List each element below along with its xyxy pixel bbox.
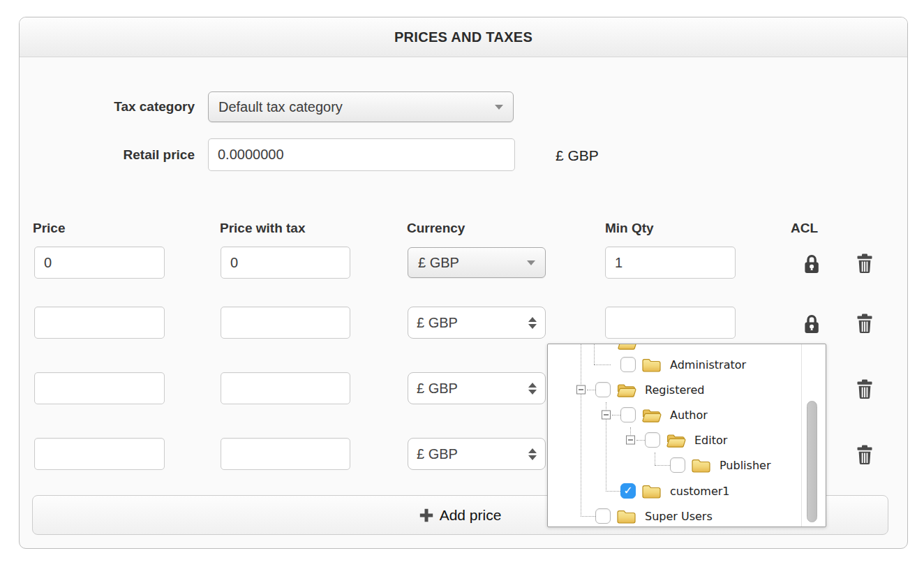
delete-row-button[interactable]	[854, 378, 875, 400]
group-checkbox[interactable]	[670, 457, 685, 473]
tree-item-customer1[interactable]: customer1	[620, 478, 730, 503]
tree-connector	[581, 344, 581, 517]
tree-connector	[655, 465, 670, 466]
tax-category-value: Default tax category	[218, 99, 343, 115]
acl-group-tree-popup: Administrator Registered Author	[547, 344, 826, 527]
group-checkbox[interactable]	[620, 407, 636, 422]
add-price-label: Add price	[440, 507, 502, 524]
group-label: Publisher	[720, 459, 770, 472]
lock-icon	[803, 253, 821, 274]
select-spinner-icon	[528, 383, 537, 395]
tree-item-author[interactable]: Author	[620, 402, 708, 427]
folder-icon	[616, 508, 636, 524]
tree-connector	[581, 516, 595, 517]
folder-open-icon	[617, 344, 637, 351]
min-qty-input[interactable]	[605, 246, 736, 279]
page: PRICES AND TAXES Tax category Default ta…	[0, 0, 924, 574]
currency-select[interactable]: £ GBP	[408, 247, 546, 278]
header-price-with-tax: Price with tax	[220, 221, 306, 236]
retail-price-input[interactable]	[208, 138, 515, 171]
tree-item-super-users[interactable]: Super Users	[595, 503, 713, 527]
group-label: Administrator	[670, 358, 746, 371]
currency-value: £ GBP	[417, 315, 458, 331]
folder-icon	[641, 483, 662, 499]
acl-lock-button[interactable]	[801, 252, 822, 274]
currency-value: £ GBP	[417, 381, 458, 397]
folder-icon	[641, 357, 662, 373]
tree-item-publisher[interactable]: Publisher	[670, 452, 770, 478]
retail-currency-suffix: £ GBP	[556, 147, 599, 164]
delete-row-button[interactable]	[854, 312, 875, 334]
price-with-tax-input[interactable]	[221, 307, 350, 339]
folder-icon	[691, 457, 711, 473]
price-with-tax-input[interactable]	[221, 372, 350, 404]
tree-connector	[655, 452, 655, 465]
tree-connector	[594, 365, 611, 365]
min-qty-input[interactable]	[605, 307, 736, 339]
acl-tree: Administrator Registered Author	[548, 344, 800, 527]
tax-category-label: Tax category	[20, 91, 195, 122]
price-with-tax-input[interactable]	[221, 246, 350, 279]
price-input[interactable]	[34, 372, 165, 404]
panel-header: PRICES AND TAXES	[20, 17, 907, 57]
scrollbar-thumb[interactable]	[807, 401, 817, 522]
group-checkbox[interactable]	[595, 382, 611, 397]
trash-icon	[856, 445, 873, 465]
folder-open-icon	[666, 432, 686, 448]
collapse-expander-icon[interactable]	[576, 385, 586, 395]
chevron-down-icon	[495, 105, 503, 110]
price-input[interactable]	[34, 307, 165, 339]
tree-item-administrator[interactable]: Administrator	[620, 352, 746, 377]
group-checkbox[interactable]	[645, 432, 660, 448]
select-spinner-icon	[528, 317, 537, 329]
group-checkbox[interactable]	[620, 357, 636, 372]
group-label: Author	[670, 409, 708, 422]
currency-value: £ GBP	[418, 255, 459, 271]
group-checkbox-checked[interactable]	[620, 483, 636, 499]
delete-row-button[interactable]	[854, 443, 875, 466]
header-price: Price	[33, 221, 65, 236]
group-label: Super Users	[645, 510, 713, 523]
group-label: Editor	[694, 434, 727, 447]
price-row: £ GBP	[20, 246, 909, 279]
trash-icon	[856, 314, 873, 334]
currency-select[interactable]: £ GBP	[408, 438, 546, 470]
folder-open-icon	[641, 407, 662, 423]
panel-title: PRICES AND TAXES	[394, 29, 532, 45]
trash-icon	[856, 379, 873, 399]
lock-icon	[803, 313, 821, 334]
currency-select[interactable]: £ GBP	[408, 372, 546, 404]
collapse-expander-icon[interactable]	[602, 411, 611, 420]
price-row: £ GBP	[20, 307, 909, 339]
tree-connector	[612, 415, 620, 415]
header-currency: Currency	[407, 221, 465, 236]
tree-connector	[606, 491, 620, 492]
price-with-tax-input[interactable]	[221, 438, 350, 470]
tax-category-select[interactable]: Default tax category	[208, 91, 514, 122]
currency-select[interactable]: £ GBP	[408, 307, 546, 339]
header-min-qty: Min Qty	[605, 221, 654, 236]
price-input[interactable]	[34, 246, 165, 279]
tree-item-editor[interactable]: Editor	[645, 427, 727, 452]
collapse-expander-icon[interactable]	[626, 436, 635, 445]
delete-row-button[interactable]	[854, 252, 875, 274]
scrollbar-track-divider	[801, 344, 802, 527]
group-label: Registered	[645, 383, 705, 397]
select-spinner-icon	[528, 448, 537, 460]
folder-open-icon	[616, 382, 636, 398]
retail-price-label: Retail price	[20, 138, 195, 171]
chevron-down-icon	[527, 260, 535, 265]
trash-icon	[856, 253, 873, 274]
tree-item-registered[interactable]: Registered	[595, 377, 705, 402]
tree-connector	[594, 344, 595, 365]
group-label: customer1	[670, 485, 730, 498]
header-acl: ACL	[791, 221, 818, 236]
plus-icon	[419, 508, 433, 522]
price-input[interactable]	[34, 438, 165, 470]
group-checkbox[interactable]	[595, 508, 611, 524]
acl-lock-button[interactable]	[801, 312, 822, 334]
tree-connector	[636, 440, 645, 441]
currency-value: £ GBP	[417, 446, 458, 462]
tree-connector	[587, 390, 595, 390]
